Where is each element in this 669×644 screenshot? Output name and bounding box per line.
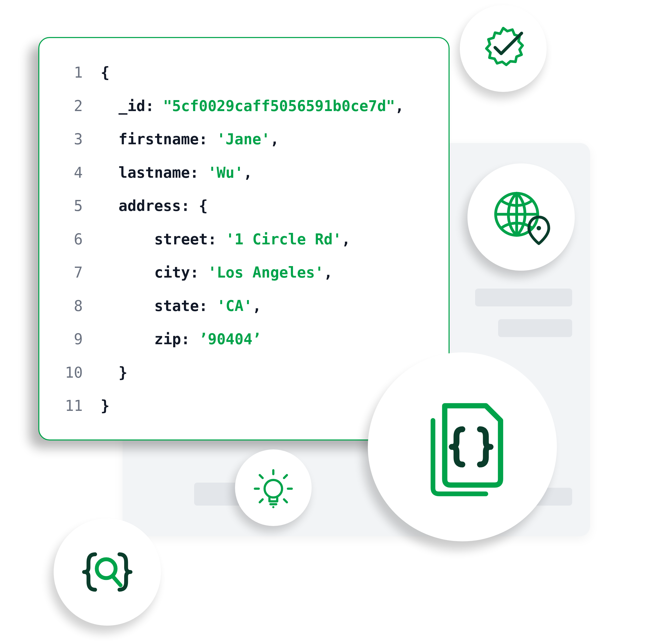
code-token: 'Wu'	[208, 156, 243, 189]
code-token: }	[118, 356, 127, 389]
json-documents-icon	[368, 353, 557, 541]
code-token: :	[181, 189, 199, 223]
code-token: "5cf0029caff5056591b0ce7d"	[163, 89, 395, 123]
code-line: 6street: '1 Circle Rd',	[55, 223, 433, 256]
code-token: ,	[252, 289, 261, 323]
code-token: '1 Circle Rd'	[226, 223, 342, 256]
code-line: 10}	[55, 356, 433, 389]
code-token: firstname	[118, 123, 199, 156]
code-token: :	[199, 123, 217, 156]
code-token: :	[190, 156, 208, 189]
line-number: 3	[55, 123, 83, 156]
svg-point-1	[537, 226, 541, 230]
code-token: {	[199, 189, 208, 223]
code-token: 'CA'	[217, 289, 252, 323]
code-token: ,	[243, 156, 252, 189]
line-number: 7	[55, 256, 83, 289]
code-token: ’90404’	[199, 323, 261, 356]
code-block: 1{2_id: "5cf0029caff5056591b0ce7d",3firs…	[55, 56, 433, 423]
code-token: ,	[342, 223, 351, 256]
line-number: 9	[55, 323, 83, 356]
svg-point-2	[265, 480, 282, 498]
code-line: 7city: 'Los Angeles',	[55, 256, 433, 289]
code-token: 'Jane'	[217, 123, 270, 156]
code-line: 3firstname: 'Jane',	[55, 123, 433, 156]
code-line: 9zip: ’90404’	[55, 323, 433, 356]
lightbulb-icon	[235, 449, 312, 526]
line-number: 5	[55, 189, 83, 223]
verified-check-icon	[460, 5, 547, 92]
code-token: ,	[395, 89, 404, 123]
line-number: 4	[55, 156, 83, 189]
code-token: ,	[324, 256, 332, 289]
code-token: :	[181, 323, 199, 356]
code-token: :	[190, 256, 208, 289]
code-token: zip	[154, 323, 181, 356]
code-token: {	[101, 56, 110, 89]
code-line: 4lastname: 'Wu',	[55, 156, 433, 189]
line-number: 6	[55, 223, 83, 256]
illustration-stage: 1{2_id: "5cf0029caff5056591b0ce7d",3firs…	[0, 0, 669, 644]
code-line: 8state: 'CA',	[55, 289, 433, 323]
line-number: 11	[55, 389, 83, 423]
code-token: :	[145, 89, 163, 123]
code-token: ,	[270, 123, 279, 156]
line-number: 8	[55, 289, 83, 323]
code-token: _id	[118, 89, 145, 123]
code-token: }	[101, 389, 110, 423]
globe-location-icon	[468, 163, 575, 271]
code-token: address	[118, 189, 181, 223]
code-token: street	[154, 223, 208, 256]
code-search-icon	[54, 518, 161, 626]
line-number: 10	[55, 356, 83, 389]
code-token: 'Los Angeles'	[208, 256, 324, 289]
code-token: :	[208, 223, 226, 256]
code-token: city	[154, 256, 190, 289]
code-token: :	[199, 289, 217, 323]
code-line: 2_id: "5cf0029caff5056591b0ce7d",	[55, 89, 433, 123]
line-number: 2	[55, 89, 83, 123]
line-number: 1	[55, 56, 83, 89]
code-line: 1{	[55, 56, 433, 89]
code-token: state	[154, 289, 199, 323]
code-line: 5address: {	[55, 189, 433, 223]
code-card: 1{2_id: "5cf0029caff5056591b0ce7d",3firs…	[38, 37, 450, 441]
code-token: lastname	[118, 156, 190, 189]
